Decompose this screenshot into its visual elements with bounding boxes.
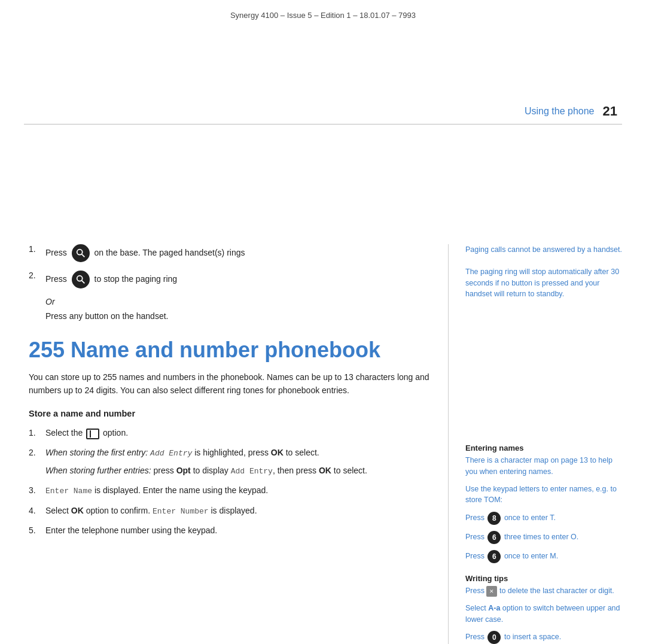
writing-tip-2: Select A-a option to switch between uppe… [465, 603, 622, 625]
key-8: 8 [487, 512, 501, 525]
store-step-3: 3. Enter Name is displayed. Enter the na… [29, 484, 430, 497]
entering-names-text2: Use the keypad letters to enter names, e… [465, 484, 622, 506]
writing-tip-1: Press ✕ to delete the last character or … [465, 585, 622, 597]
side-column: Paging calls cannot be answered by a han… [449, 244, 622, 644]
press-8-line: Press 8 once to enter T. [465, 512, 622, 525]
entering-names-section: Entering names There is a character map … [465, 443, 622, 644]
find-button-1 [72, 244, 90, 262]
store-step-5: 5. Enter the telephone number using the … [29, 524, 430, 537]
step-5-text: Enter the telephone number using the key… [45, 524, 430, 537]
key-6b: 6 [487, 550, 501, 563]
svg-line-1 [81, 254, 84, 257]
paging-step-2: 2. Press to stop the paging ring [29, 271, 430, 288]
paging-steps: 1. Press on the base. The paged handset(… [29, 244, 430, 288]
store-steps: 1. Select the option. 2. When storing th… [29, 427, 430, 537]
paging-step-1: 1. Press on the base. The paged handset(… [29, 244, 430, 262]
intro-text: You can store up to 255 names and number… [29, 371, 430, 397]
writing-tips-heading: Writing tips [465, 574, 622, 583]
key-0-space: 0 [487, 631, 501, 644]
svg-point-2 [77, 276, 82, 281]
side-note-2: The paging ring will stop automatically … [465, 266, 622, 300]
find-button-2 [72, 271, 90, 288]
svg-point-0 [77, 250, 82, 255]
press-6a-line: Press 6 three times to enter O. [465, 531, 622, 544]
entering-names-text1: There is a character map on page 13 to h… [465, 455, 622, 478]
press-6b-line: Press 6 once to enter M. [465, 550, 622, 563]
entering-names-heading: Entering names [465, 443, 622, 452]
writing-tip-3: Press 0 to insert a space. [465, 631, 622, 644]
section-title: Using the phone [525, 106, 595, 117]
store-step-1: 1. Select the option. [29, 427, 430, 439]
section-heading: 255 Name and number phonebook [29, 338, 430, 363]
store-step-4: 4. Select OK option to confirm. Enter Nu… [29, 505, 430, 518]
press-any-text: Press any button on the handset. [45, 311, 430, 321]
store-step-2: 2. When storing the first entry: Add Ent… [29, 446, 430, 477]
or-text: Or [45, 297, 430, 306]
page-number: 21 [603, 104, 617, 119]
header-title: Synergy 4100 – Issue 5 – Edition 1 – 18.… [230, 11, 416, 20]
phonebook-icon [86, 429, 99, 439]
svg-line-3 [81, 281, 84, 284]
key-6a: 6 [487, 531, 501, 544]
delete-icon: ✕ [486, 586, 497, 597]
page-header: Synergy 4100 – Issue 5 – Edition 1 – 18.… [0, 0, 646, 26]
store-step-2-sub: When storing further entries: press Opt … [45, 464, 430, 478]
header-divider [24, 124, 622, 124]
side-note-1: Paging calls cannot be answered by a han… [465, 244, 622, 256]
store-heading: Store a name and number [29, 409, 430, 418]
main-column: 1. Press on the base. The paged handset(… [29, 244, 449, 644]
